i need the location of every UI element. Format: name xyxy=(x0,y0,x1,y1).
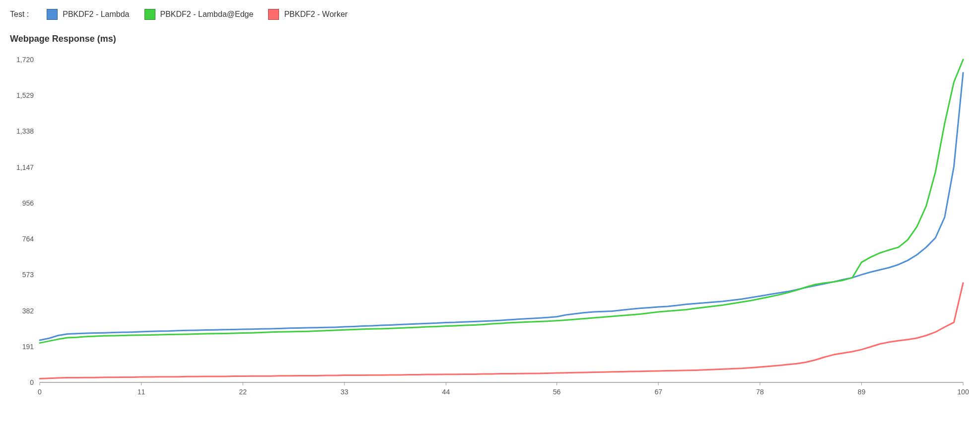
legend-prefix: Test : xyxy=(10,10,29,19)
svg-text:764: 764 xyxy=(22,235,34,243)
legend-item: PBKDF2 - Worker xyxy=(268,9,348,20)
legend-label: PBKDF2 - Worker xyxy=(284,10,348,19)
x-axis: 01122334456677889100 xyxy=(38,382,969,396)
svg-text:382: 382 xyxy=(22,307,34,315)
svg-text:1,338: 1,338 xyxy=(16,127,34,135)
chart-container: Test : PBKDF2 - Lambda PBKDF2 - Lambda@E… xyxy=(0,0,980,442)
svg-text:0: 0 xyxy=(38,388,42,396)
plot-area: 01913825737649561,1471,3381,5291,7200112… xyxy=(40,55,968,402)
svg-text:33: 33 xyxy=(341,388,349,396)
y-axis: 01913825737649561,1471,3381,5291,720 xyxy=(16,56,34,386)
legend-label: PBKDF2 - Lambda xyxy=(63,10,129,19)
svg-text:573: 573 xyxy=(22,271,34,279)
chart-svg: 01913825737649561,1471,3381,5291,7200112… xyxy=(40,55,968,402)
svg-text:100: 100 xyxy=(957,388,969,396)
svg-text:1,529: 1,529 xyxy=(16,91,34,99)
legend-label: PBKDF2 - Lambda@Edge xyxy=(160,10,254,19)
series-line xyxy=(40,60,963,343)
legend-swatch-icon xyxy=(268,9,279,20)
svg-text:956: 956 xyxy=(22,199,34,207)
svg-text:1,720: 1,720 xyxy=(16,56,34,64)
svg-text:0: 0 xyxy=(30,378,34,386)
svg-text:78: 78 xyxy=(756,388,764,396)
legend-swatch-icon xyxy=(144,9,155,20)
y-axis-title: Webpage Response (ms) xyxy=(10,34,116,44)
svg-text:89: 89 xyxy=(858,388,866,396)
legend-item: PBKDF2 - Lambda@Edge xyxy=(144,9,254,20)
legend: Test : PBKDF2 - Lambda PBKDF2 - Lambda@E… xyxy=(10,9,348,20)
svg-text:22: 22 xyxy=(239,388,247,396)
svg-text:1,147: 1,147 xyxy=(16,163,34,171)
svg-text:11: 11 xyxy=(138,388,145,396)
series-line xyxy=(40,73,963,341)
legend-item: PBKDF2 - Lambda xyxy=(47,9,129,20)
svg-text:67: 67 xyxy=(654,388,662,396)
svg-text:191: 191 xyxy=(22,343,34,351)
svg-text:44: 44 xyxy=(442,388,450,396)
legend-swatch-icon xyxy=(47,9,58,20)
svg-text:56: 56 xyxy=(553,388,561,396)
